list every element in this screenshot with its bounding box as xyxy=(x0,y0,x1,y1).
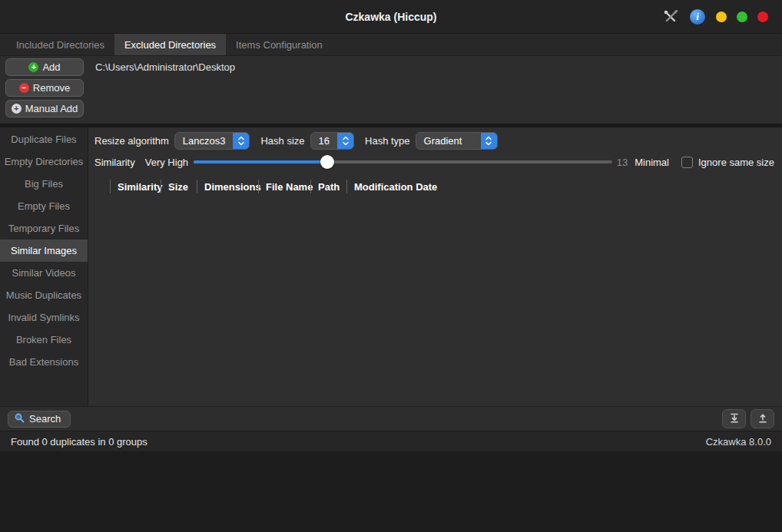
empty-footer-area xyxy=(0,451,782,532)
hash-type-label: Hash type xyxy=(365,135,412,147)
excluded-directories-list: C:\Users\Administrator\Desktop xyxy=(89,56,782,124)
sidebar-item-similar-images[interactable]: Similar Images xyxy=(0,240,88,262)
status-bar: Found 0 duplicates in 0 groups Czkawka 8… xyxy=(0,431,782,451)
column-label: Size xyxy=(168,181,188,193)
search-button[interactable]: Search xyxy=(8,411,71,428)
add-directory-button[interactable]: + Add xyxy=(5,58,84,76)
sidebar-item-empty-files[interactable]: Empty Files xyxy=(0,195,88,217)
main-area: Duplicate Files Empty Directories Big Fi… xyxy=(0,127,782,406)
column-label: Similarity xyxy=(118,181,163,193)
bottom-action-bar: Search xyxy=(0,406,782,431)
manual-add-icon: + xyxy=(12,104,22,114)
chevron-up-down-icon[interactable] xyxy=(481,133,497,149)
sidebar-item-label: Empty Files xyxy=(18,200,70,212)
search-icon xyxy=(14,412,25,425)
column-label: File Name xyxy=(266,181,313,193)
column-header-modification-date[interactable]: Modification Date xyxy=(346,180,477,193)
sidebar-item-label: Empty Directories xyxy=(5,156,84,167)
titlebar: Czkawka (Hiccup) i xyxy=(0,0,782,34)
sidebar-item-music-duplicates[interactable]: Music Duplicates xyxy=(0,284,88,306)
sidebar-item-big-files[interactable]: Big Files xyxy=(0,173,88,195)
results-table-header: Similarity Size Dimensions File Name Pat… xyxy=(110,179,774,194)
app-window: Czkawka (Hiccup) i Included Directories xyxy=(0,0,782,532)
hash-size-label: Hash size xyxy=(260,135,306,147)
sidebar-item-similar-videos[interactable]: Similar Videos xyxy=(0,262,88,284)
similarity-row: Similarity Very High 13 Minimal Ignore s… xyxy=(94,152,774,172)
sidebar-item-label: Big Files xyxy=(25,178,63,190)
directory-buttons: + Add − Remove + Manual Add xyxy=(0,56,89,124)
top-tabbar: Included Directories Excluded Directorie… xyxy=(0,34,782,56)
sidebar-item-label: Duplicate Files xyxy=(11,134,76,145)
column-header-file-name[interactable]: File Name xyxy=(258,180,310,193)
info-icon[interactable]: i xyxy=(689,8,706,25)
tab-items-configuration[interactable]: Items Configuration xyxy=(226,34,333,55)
column-header-path[interactable]: Path xyxy=(310,180,346,193)
save-results-button[interactable] xyxy=(751,409,774,428)
sidebar-item-label: Temporary Files xyxy=(8,223,79,234)
column-label: Dimensions xyxy=(204,181,261,193)
add-button-label: Add xyxy=(42,61,60,73)
tab-excluded-directories[interactable]: Excluded Directories xyxy=(114,34,226,55)
hash-settings-row: Resize algorithm Lanczos3 Hash size 16 xyxy=(94,131,774,151)
similar-images-panel: Resize algorithm Lanczos3 Hash size 16 xyxy=(88,127,782,406)
ignore-same-size-checkbox[interactable] xyxy=(681,157,693,168)
maximize-button[interactable] xyxy=(737,12,747,22)
sidebar-item-duplicate-files[interactable]: Duplicate Files xyxy=(0,128,88,150)
remove-directory-button[interactable]: − Remove xyxy=(5,79,84,97)
excluded-directories-panel: + Add − Remove + Manual Add C:\Users\Adm… xyxy=(0,56,782,124)
move-down-button[interactable] xyxy=(722,409,746,428)
slider-fill xyxy=(194,160,327,164)
add-icon: + xyxy=(28,62,38,72)
arrow-down-to-line-icon xyxy=(729,413,740,425)
hash-size-value: 16 xyxy=(311,133,337,149)
manual-add-directory-button[interactable]: + Manual Add xyxy=(5,100,84,117)
tool-sidebar: Duplicate Files Empty Directories Big Fi… xyxy=(0,127,88,406)
resize-algorithm-label: Resize algorithm xyxy=(94,135,171,147)
tab-label: Items Configuration xyxy=(236,39,323,51)
search-button-label: Search xyxy=(29,413,61,425)
tools-icon[interactable] xyxy=(662,8,679,25)
hash-size-dropdown[interactable]: 16 xyxy=(310,132,354,150)
resize-algorithm-value: Lanczos3 xyxy=(175,133,234,149)
status-message: Found 0 duplicates in 0 groups xyxy=(11,436,147,448)
ignore-same-size-label: Ignore same size xyxy=(698,157,774,168)
tab-label: Included Directories xyxy=(16,39,104,51)
column-label: Path xyxy=(318,181,340,193)
resize-algorithm-dropdown[interactable]: Lanczos3 xyxy=(174,132,250,150)
sidebar-item-temporary-files[interactable]: Temporary Files xyxy=(0,217,88,240)
sidebar-item-bad-extensions[interactable]: Bad Extensions xyxy=(0,351,88,373)
similarity-label: Similarity xyxy=(94,157,135,168)
sidebar-item-label: Invalid Symlinks xyxy=(8,312,79,323)
chevron-up-down-icon[interactable] xyxy=(233,133,249,149)
remove-button-label: Remove xyxy=(33,82,70,94)
hash-type-value: Gradient xyxy=(416,133,481,149)
close-button[interactable] xyxy=(757,12,768,22)
manual-add-button-label: Manual Add xyxy=(25,103,78,114)
slider-handle[interactable] xyxy=(320,155,334,169)
sidebar-item-broken-files[interactable]: Broken Files xyxy=(0,329,88,351)
column-header-dimensions[interactable]: Dimensions xyxy=(197,180,258,193)
chevron-up-down-icon[interactable] xyxy=(337,133,353,149)
remove-icon: − xyxy=(19,83,29,93)
sidebar-item-label: Bad Extensions xyxy=(9,356,78,368)
sidebar-item-label: Music Duplicates xyxy=(6,289,81,301)
app-version: Czkawka 8.0.0 xyxy=(706,436,771,448)
directory-entry[interactable]: C:\Users\Administrator\Desktop xyxy=(95,61,776,73)
column-header-size[interactable]: Size xyxy=(161,180,197,193)
similarity-value: 13 xyxy=(617,157,628,168)
column-header-similarity[interactable]: Similarity xyxy=(110,180,161,193)
hash-type-dropdown[interactable]: Gradient xyxy=(416,132,498,150)
minimize-button[interactable] xyxy=(716,12,727,22)
similarity-level-label: Very High xyxy=(145,157,188,168)
sidebar-item-label: Similar Videos xyxy=(12,267,76,279)
similarity-max-label: Minimal xyxy=(635,157,669,168)
sidebar-item-invalid-symlinks[interactable]: Invalid Symlinks xyxy=(0,306,88,329)
tab-label: Excluded Directories xyxy=(124,39,216,51)
column-label: Modification Date xyxy=(354,181,437,193)
sidebar-item-label: Similar Images xyxy=(11,245,77,256)
tab-included-directories[interactable]: Included Directories xyxy=(6,34,114,55)
arrow-up-from-line-icon xyxy=(757,413,768,425)
similarity-slider[interactable] xyxy=(194,155,612,169)
results-table-body xyxy=(94,194,774,406)
sidebar-item-empty-directories[interactable]: Empty Directories xyxy=(0,150,88,173)
